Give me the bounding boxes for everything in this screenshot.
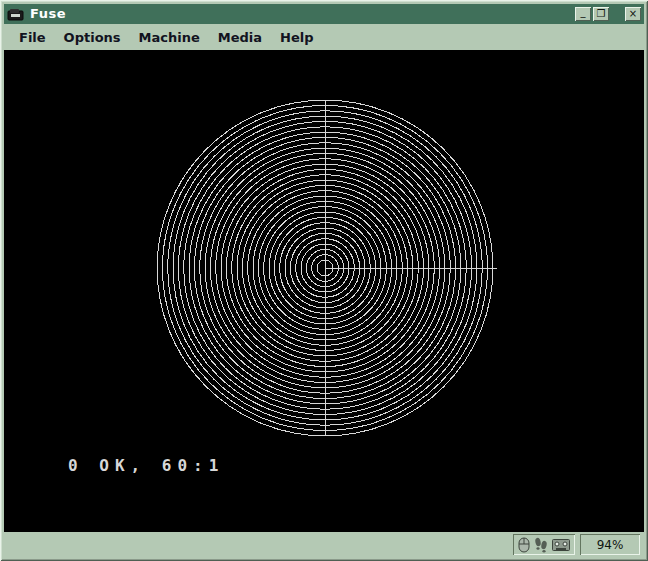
feet-icon (534, 537, 548, 553)
menu-media[interactable]: Media (209, 27, 271, 48)
tape-icon (552, 539, 570, 551)
maximize-button[interactable]: ❐ (593, 7, 609, 21)
fuse-app-icon (7, 7, 25, 21)
close-button[interactable]: × (625, 7, 641, 21)
menu-machine[interactable]: Machine (130, 27, 209, 48)
minimize-button[interactable]: _ (575, 7, 591, 21)
peripheral-icons-panel (513, 534, 575, 555)
window-controls: _ ❐ × (575, 7, 641, 21)
basic-status-line: 0 OK, 60:1 (68, 456, 224, 475)
statusbar: 94% (4, 532, 644, 557)
emulator-screen[interactable]: 0 OK, 60:1 (4, 50, 644, 532)
mouse-icon (518, 537, 530, 553)
menu-help[interactable]: Help (271, 27, 322, 48)
menu-file[interactable]: File (10, 27, 55, 48)
emulation-speed: 94% (580, 534, 640, 555)
menu-options[interactable]: Options (55, 27, 130, 48)
menubar: File Options Machine Media Help (4, 24, 644, 50)
fuse-window: Fuse _ ❐ × File Options Machine Media He… (0, 0, 648, 561)
titlebar[interactable]: Fuse _ ❐ × (4, 4, 644, 24)
window-title: Fuse (30, 4, 570, 24)
